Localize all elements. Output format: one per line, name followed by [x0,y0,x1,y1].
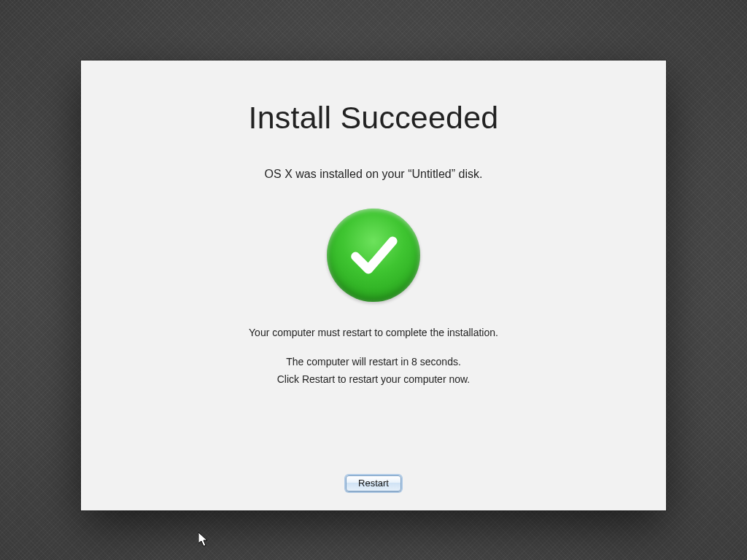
restart-required-text: Your computer must restart to complete t… [249,327,498,338]
installer-window: Install Succeeded OS X was installed on … [81,61,666,510]
dialog-subtitle: OS X was installed on your “Untitled” di… [265,168,483,181]
desktop-background: Install Succeeded OS X was installed on … [0,0,747,560]
button-row: Restart [81,475,666,491]
dialog-title: Install Succeeded [249,100,499,136]
success-checkmark-icon [327,209,420,302]
mouse-cursor-icon [198,532,210,548]
countdown-text: The computer will restart in 8 seconds. [286,356,461,368]
click-restart-text: Click Restart to restart your computer n… [277,373,471,385]
restart-button[interactable]: Restart [346,475,401,491]
